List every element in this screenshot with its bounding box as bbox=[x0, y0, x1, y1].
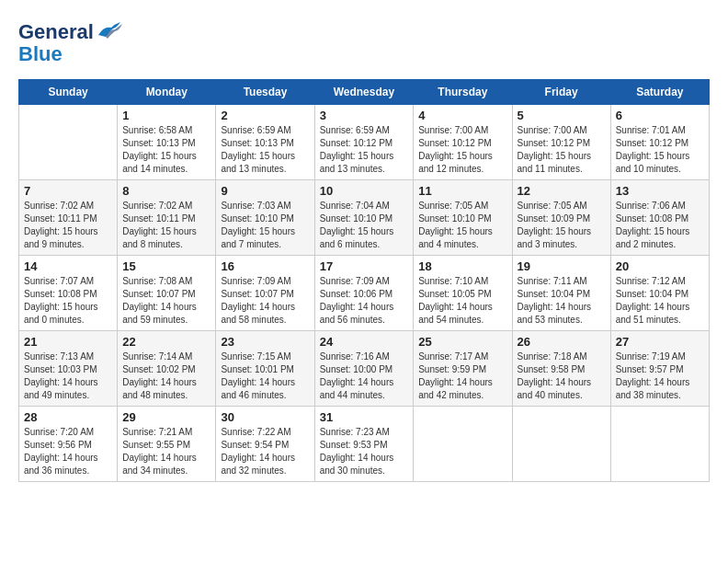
day-number: 1 bbox=[122, 109, 210, 122]
calendar-cell: 27Sunrise: 7:19 AM Sunset: 9:57 PM Dayli… bbox=[610, 331, 709, 407]
calendar-cell: 5Sunrise: 7:00 AM Sunset: 10:12 PM Dayli… bbox=[512, 105, 610, 180]
day-info: Sunrise: 7:03 AM Sunset: 10:10 PM Daylig… bbox=[221, 200, 309, 251]
day-number: 17 bbox=[320, 259, 409, 273]
day-info: Sunrise: 7:10 AM Sunset: 10:05 PM Daylig… bbox=[418, 275, 506, 327]
day-number: 25 bbox=[418, 335, 506, 349]
day-info: Sunrise: 7:19 AM Sunset: 9:57 PM Dayligh… bbox=[616, 350, 704, 402]
day-info: Sunrise: 7:02 AM Sunset: 10:11 PM Daylig… bbox=[122, 200, 210, 251]
day-info: Sunrise: 7:05 AM Sunset: 10:09 PM Daylig… bbox=[518, 200, 606, 251]
day-number: 20 bbox=[616, 259, 704, 273]
day-info: Sunrise: 7:06 AM Sunset: 10:08 PM Daylig… bbox=[616, 200, 704, 251]
calendar-cell bbox=[512, 407, 610, 482]
day-info: Sunrise: 7:16 AM Sunset: 10:00 PM Daylig… bbox=[320, 350, 409, 402]
calendar-cell bbox=[610, 407, 709, 482]
calendar-cell: 9Sunrise: 7:03 AM Sunset: 10:10 PM Dayli… bbox=[216, 180, 314, 256]
calendar-cell: 7Sunrise: 7:02 AM Sunset: 10:11 PM Dayli… bbox=[19, 180, 118, 256]
calendar-cell: 15Sunrise: 7:08 AM Sunset: 10:07 PM Dayl… bbox=[118, 256, 216, 331]
calendar-cell: 6Sunrise: 7:01 AM Sunset: 10:12 PM Dayli… bbox=[610, 105, 709, 180]
calendar-cell: 30Sunrise: 7:22 AM Sunset: 9:54 PM Dayli… bbox=[216, 407, 314, 482]
day-number: 18 bbox=[418, 259, 506, 273]
day-header-thursday: Thursday bbox=[414, 80, 512, 105]
calendar-table: SundayMondayTuesdayWednesdayThursdayFrid… bbox=[18, 79, 710, 482]
calendar-cell: 1Sunrise: 6:58 AM Sunset: 10:13 PM Dayli… bbox=[118, 105, 216, 180]
day-number: 16 bbox=[221, 259, 309, 273]
day-info: Sunrise: 7:18 AM Sunset: 9:58 PM Dayligh… bbox=[518, 350, 606, 402]
calendar-cell: 2Sunrise: 6:59 AM Sunset: 10:13 PM Dayli… bbox=[216, 105, 314, 180]
day-number: 21 bbox=[24, 335, 112, 349]
day-number: 23 bbox=[221, 335, 309, 349]
days-header-row: SundayMondayTuesdayWednesdayThursdayFrid… bbox=[19, 80, 710, 105]
day-info: Sunrise: 7:11 AM Sunset: 10:04 PM Daylig… bbox=[518, 275, 606, 327]
calendar-cell: 31Sunrise: 7:23 AM Sunset: 9:53 PM Dayli… bbox=[314, 407, 414, 482]
calendar-cell: 3Sunrise: 6:59 AM Sunset: 10:12 PM Dayli… bbox=[314, 105, 414, 180]
day-number: 15 bbox=[122, 259, 210, 273]
day-number: 30 bbox=[221, 410, 309, 424]
day-header-friday: Friday bbox=[512, 80, 610, 105]
day-info: Sunrise: 7:04 AM Sunset: 10:10 PM Daylig… bbox=[320, 200, 409, 251]
day-number: 10 bbox=[320, 184, 409, 198]
calendar-cell: 21Sunrise: 7:13 AM Sunset: 10:03 PM Dayl… bbox=[19, 331, 118, 407]
logo-bird-icon bbox=[97, 18, 122, 39]
day-info: Sunrise: 7:00 AM Sunset: 10:12 PM Daylig… bbox=[518, 124, 606, 176]
calendar-week-5: 28Sunrise: 7:20 AM Sunset: 9:56 PM Dayli… bbox=[19, 407, 710, 482]
calendar-cell: 26Sunrise: 7:18 AM Sunset: 9:58 PM Dayli… bbox=[512, 331, 610, 407]
day-info: Sunrise: 7:07 AM Sunset: 10:08 PM Daylig… bbox=[24, 275, 112, 327]
day-number: 11 bbox=[418, 184, 506, 198]
day-info: Sunrise: 7:15 AM Sunset: 10:01 PM Daylig… bbox=[221, 350, 309, 402]
calendar-cell: 25Sunrise: 7:17 AM Sunset: 9:59 PM Dayli… bbox=[414, 331, 512, 407]
logo: General Blue bbox=[18, 18, 122, 65]
calendar-cell: 14Sunrise: 7:07 AM Sunset: 10:08 PM Dayl… bbox=[19, 256, 118, 331]
day-number: 29 bbox=[122, 410, 210, 424]
day-header-sunday: Sunday bbox=[19, 80, 118, 105]
calendar-cell: 10Sunrise: 7:04 AM Sunset: 10:10 PM Dayl… bbox=[314, 180, 414, 256]
day-number: 31 bbox=[320, 410, 409, 424]
calendar-cell: 13Sunrise: 7:06 AM Sunset: 10:08 PM Dayl… bbox=[610, 180, 709, 256]
day-number: 24 bbox=[320, 335, 409, 349]
calendar-week-2: 7Sunrise: 7:02 AM Sunset: 10:11 PM Dayli… bbox=[19, 180, 710, 256]
day-number: 7 bbox=[24, 184, 112, 198]
day-info: Sunrise: 7:12 AM Sunset: 10:04 PM Daylig… bbox=[616, 275, 704, 327]
day-info: Sunrise: 7:09 AM Sunset: 10:07 PM Daylig… bbox=[221, 275, 309, 327]
day-number: 28 bbox=[24, 410, 112, 424]
day-info: Sunrise: 7:09 AM Sunset: 10:06 PM Daylig… bbox=[320, 275, 409, 327]
calendar-week-4: 21Sunrise: 7:13 AM Sunset: 10:03 PM Dayl… bbox=[19, 331, 710, 407]
calendar-cell: 4Sunrise: 7:00 AM Sunset: 10:12 PM Dayli… bbox=[414, 105, 512, 180]
day-number: 13 bbox=[616, 184, 704, 198]
day-info: Sunrise: 7:05 AM Sunset: 10:10 PM Daylig… bbox=[418, 200, 506, 251]
day-info: Sunrise: 7:21 AM Sunset: 9:55 PM Dayligh… bbox=[122, 426, 210, 477]
page-header: General Blue bbox=[18, 18, 710, 65]
day-number: 6 bbox=[616, 109, 704, 122]
day-number: 2 bbox=[221, 109, 309, 122]
day-number: 12 bbox=[518, 184, 606, 198]
calendar-cell: 28Sunrise: 7:20 AM Sunset: 9:56 PM Dayli… bbox=[19, 407, 118, 482]
day-info: Sunrise: 7:20 AM Sunset: 9:56 PM Dayligh… bbox=[24, 426, 112, 477]
day-number: 5 bbox=[518, 109, 606, 122]
calendar-cell: 8Sunrise: 7:02 AM Sunset: 10:11 PM Dayli… bbox=[118, 180, 216, 256]
day-header-wednesday: Wednesday bbox=[314, 80, 414, 105]
calendar-week-1: 1Sunrise: 6:58 AM Sunset: 10:13 PM Dayli… bbox=[19, 105, 710, 180]
day-info: Sunrise: 7:01 AM Sunset: 10:12 PM Daylig… bbox=[616, 124, 704, 176]
day-number: 9 bbox=[221, 184, 309, 198]
day-info: Sunrise: 6:59 AM Sunset: 10:12 PM Daylig… bbox=[320, 124, 409, 176]
day-info: Sunrise: 7:13 AM Sunset: 10:03 PM Daylig… bbox=[24, 350, 112, 402]
day-number: 14 bbox=[24, 259, 112, 273]
calendar-cell: 17Sunrise: 7:09 AM Sunset: 10:06 PM Dayl… bbox=[314, 256, 414, 331]
logo-text: General bbox=[18, 18, 122, 43]
calendar-cell: 24Sunrise: 7:16 AM Sunset: 10:00 PM Dayl… bbox=[314, 331, 414, 407]
day-number: 26 bbox=[518, 335, 606, 349]
day-info: Sunrise: 6:59 AM Sunset: 10:13 PM Daylig… bbox=[221, 124, 309, 176]
day-number: 4 bbox=[418, 109, 506, 122]
day-info: Sunrise: 7:08 AM Sunset: 10:07 PM Daylig… bbox=[122, 275, 210, 327]
day-number: 8 bbox=[122, 184, 210, 198]
calendar-cell bbox=[19, 105, 118, 180]
day-info: Sunrise: 6:58 AM Sunset: 10:13 PM Daylig… bbox=[122, 124, 210, 176]
day-number: 19 bbox=[518, 259, 606, 273]
day-info: Sunrise: 7:23 AM Sunset: 9:53 PM Dayligh… bbox=[320, 426, 409, 477]
day-info: Sunrise: 7:14 AM Sunset: 10:02 PM Daylig… bbox=[122, 350, 210, 402]
calendar-cell: 23Sunrise: 7:15 AM Sunset: 10:01 PM Dayl… bbox=[216, 331, 314, 407]
day-number: 3 bbox=[320, 109, 409, 122]
calendar-cell: 29Sunrise: 7:21 AM Sunset: 9:55 PM Dayli… bbox=[118, 407, 216, 482]
calendar-cell: 18Sunrise: 7:10 AM Sunset: 10:05 PM Dayl… bbox=[414, 256, 512, 331]
calendar-cell: 16Sunrise: 7:09 AM Sunset: 10:07 PM Dayl… bbox=[216, 256, 314, 331]
calendar-cell: 12Sunrise: 7:05 AM Sunset: 10:09 PM Dayl… bbox=[512, 180, 610, 256]
